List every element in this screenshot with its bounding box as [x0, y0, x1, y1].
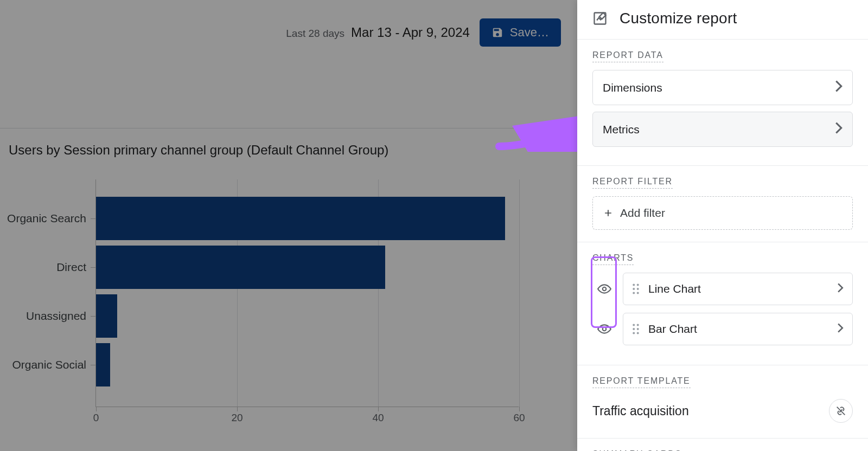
dimensions-label: Dimensions	[603, 81, 662, 94]
chevron-right-icon	[835, 80, 843, 95]
chart-category-label: Organic Social	[12, 358, 86, 371]
svg-point-2	[633, 284, 635, 286]
bar-chart-label: Bar Chart	[648, 323, 697, 336]
visibility-toggle-bar[interactable]	[592, 313, 616, 345]
drag-handle-icon	[632, 284, 640, 294]
chart-bar-row: Organic Social	[96, 342, 110, 388]
chevron-right-icon	[835, 122, 843, 137]
chart-title: Users by Session primary channel group (…	[9, 143, 569, 158]
bar-chart: 0204060Organic SearchDirectUnassignedOrg…	[9, 179, 551, 440]
svg-point-12	[637, 328, 639, 330]
chart-bar	[96, 343, 110, 386]
unlink-icon	[835, 405, 847, 417]
bar-chart-item[interactable]: Bar Chart	[623, 313, 853, 345]
chart-section: Users by Session primary channel group (…	[0, 128, 577, 440]
chart-gridline	[519, 179, 520, 407]
report-data-heading: REPORT DATA	[592, 50, 663, 62]
chevron-right-icon	[837, 323, 844, 336]
save-button-label: Save…	[510, 25, 549, 40]
line-chart-label: Line Chart	[648, 282, 701, 295]
drag-handle-icon	[632, 324, 640, 334]
chart-x-tick-label: 0	[93, 412, 99, 424]
chart-y-tickmark	[91, 218, 96, 219]
date-range-picker[interactable]: Last 28 days Mar 13 - Apr 9, 2024	[286, 25, 470, 40]
chart-category-label: Organic Search	[7, 212, 86, 225]
eye-icon	[597, 282, 611, 296]
panel-title: Customize report	[620, 10, 737, 27]
chevron-right-icon	[837, 282, 844, 295]
chart-tickmark	[519, 407, 520, 411]
date-range-caption: Last 28 days	[286, 28, 344, 40]
svg-point-14	[637, 332, 639, 334]
chart-bar	[96, 197, 505, 240]
unlink-template-button[interactable]	[829, 399, 853, 423]
template-name: Traffic acquisition	[592, 404, 689, 418]
chart-bar	[96, 246, 385, 289]
report-main-area: Last 28 days Mar 13 - Apr 9, 2024 Save… …	[0, 0, 577, 451]
customize-icon	[592, 11, 608, 26]
chart-x-tick-label: 20	[231, 412, 242, 424]
save-icon	[492, 27, 503, 38]
report-filter-section: REPORT FILTER Add filter	[577, 166, 868, 242]
eye-icon	[597, 322, 611, 336]
chart-item-row: Line Chart	[592, 273, 853, 305]
panel-header: Customize report	[577, 0, 868, 40]
report-template-heading: REPORT TEMPLATE	[592, 376, 691, 388]
report-template-section: REPORT TEMPLATE Traffic acquisition	[577, 365, 868, 439]
svg-point-8	[603, 327, 607, 331]
chart-x-tick-label: 60	[513, 412, 525, 424]
svg-point-3	[637, 284, 639, 286]
report-filter-heading: REPORT FILTER	[592, 177, 673, 189]
add-filter-label: Add filter	[620, 207, 665, 220]
chart-tickmark	[378, 407, 379, 411]
chart-category-label: Direct	[56, 261, 86, 274]
customize-report-panel: Customize report REPORT DATA Dimensions …	[577, 0, 868, 451]
charts-section: CHARTS Line Chart	[577, 242, 868, 365]
report-toolbar: Last 28 days Mar 13 - Apr 9, 2024 Save…	[0, 0, 577, 65]
svg-point-13	[633, 332, 635, 334]
chart-bar-row: Unassigned	[96, 293, 117, 339]
metrics-button[interactable]: Metrics	[592, 112, 853, 147]
template-row: Traffic acquisition	[592, 396, 853, 426]
summary-cards-section: SUMMARY CARDS	[577, 439, 868, 451]
svg-point-10	[637, 324, 639, 326]
chart-item-row: Bar Chart	[592, 313, 853, 345]
svg-point-7	[637, 292, 639, 294]
chart-tickmark	[237, 407, 238, 411]
chart-x-tick-label: 40	[372, 412, 384, 424]
chart-plot-area: 0204060Organic SearchDirectUnassignedOrg…	[95, 179, 519, 407]
add-filter-button[interactable]: Add filter	[592, 196, 853, 230]
metrics-label: Metrics	[603, 123, 640, 136]
dimensions-button[interactable]: Dimensions	[592, 70, 853, 105]
visibility-toggle-line[interactable]	[592, 273, 616, 305]
date-range-value: Mar 13 - Apr 9, 2024	[351, 25, 470, 40]
svg-point-11	[633, 328, 635, 330]
chart-y-tickmark	[91, 316, 96, 317]
chart-bar-row: Direct	[96, 244, 385, 290]
chart-bar	[96, 294, 117, 338]
chart-y-tickmark	[91, 365, 96, 365]
report-data-section: REPORT DATA Dimensions Metrics	[577, 40, 868, 166]
charts-heading: CHARTS	[592, 253, 634, 265]
chart-category-label: Unassigned	[26, 310, 86, 323]
chart-tickmark	[96, 407, 97, 411]
chart-y-tickmark	[91, 267, 96, 268]
chart-bar-row: Organic Search	[96, 196, 505, 241]
svg-point-9	[633, 324, 635, 326]
line-chart-item[interactable]: Line Chart	[623, 273, 853, 305]
save-button[interactable]: Save…	[480, 18, 561, 47]
svg-point-5	[637, 288, 639, 290]
svg-point-4	[633, 288, 635, 290]
svg-point-1	[603, 287, 607, 291]
plus-icon	[603, 208, 614, 218]
svg-point-6	[633, 292, 635, 294]
